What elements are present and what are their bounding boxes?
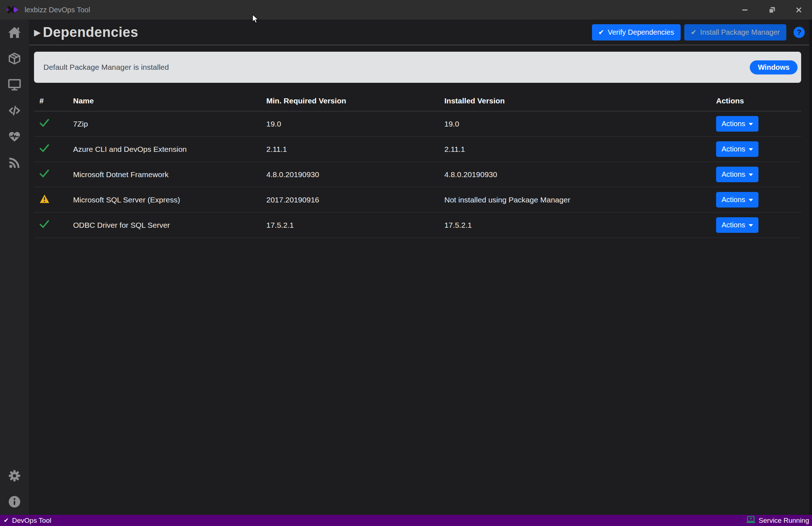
status-ok-icon <box>39 120 49 129</box>
page-title: Dependencies <box>43 25 138 40</box>
installed-version: 2.11.1 <box>444 137 716 162</box>
caret-down-icon <box>749 148 753 151</box>
column-header-actions: Actions <box>716 92 801 111</box>
status-ok-icon <box>39 171 49 179</box>
verify-dependencies-label: Verify Dependencies <box>608 28 674 37</box>
actions-label: Actions <box>722 170 745 179</box>
status-ok-icon <box>39 146 49 154</box>
check-icon: ✔ <box>691 28 697 37</box>
installed-version: Not installed using Package Manager <box>444 187 716 213</box>
install-package-manager-label: Install Package Manager <box>700 28 780 37</box>
actions-label: Actions <box>722 196 745 204</box>
question-icon: ? <box>797 28 802 37</box>
alert-banner: Default Package Manager is installed Win… <box>34 52 801 83</box>
alert-message: Default Package Manager is installed <box>43 63 169 72</box>
verify-dependencies-button[interactable]: ✔ Verify Dependencies <box>592 24 681 40</box>
rss-icon <box>8 156 21 169</box>
dependency-name: ODBC Driver for SQL Server <box>73 213 266 238</box>
sidebar-item-code[interactable] <box>0 98 29 124</box>
table-row: Azure CLI and DevOps Extension 2.11.1 2.… <box>34 137 801 162</box>
page-header: ▶ Dependencies ✔ Verify Dependencies ✔ I… <box>29 20 812 45</box>
installed-version: 19.0 <box>444 111 716 137</box>
table-row: ODBC Driver for SQL Server 17.5.2.1 17.5… <box>34 213 801 238</box>
installed-version: 4.8.0.20190930 <box>444 162 716 187</box>
dependency-name: Azure CLI and DevOps Extension <box>73 137 266 162</box>
dependency-name: Microsoft Dotnet Framework <box>73 162 266 187</box>
column-header-name: Name <box>73 92 266 111</box>
content-area: ▶ Dependencies ✔ Verify Dependencies ✔ I… <box>29 20 812 515</box>
sidebar-item-packages[interactable] <box>0 46 29 72</box>
info-icon <box>8 495 21 508</box>
app-title: lexbizz DevOps Tool <box>25 6 90 14</box>
sidebar-item-home[interactable] <box>0 20 29 46</box>
window-controls <box>732 0 812 20</box>
sidebar-item-feed[interactable] <box>0 150 29 176</box>
code-icon <box>7 104 22 117</box>
heart-pulse-icon <box>8 130 21 143</box>
dependency-name: Microsoft SQL Server (Express) <box>73 187 266 213</box>
column-header-status: # <box>34 92 73 111</box>
sidebar-item-health[interactable] <box>0 124 29 150</box>
min-required-version: 2017.20190916 <box>266 187 444 213</box>
home-icon <box>7 26 22 39</box>
actions-dropdown-button[interactable]: Actions <box>716 192 758 208</box>
title-bar: lexbizz DevOps Tool <box>0 0 812 20</box>
check-icon: ✔ <box>599 28 604 37</box>
restore-button[interactable] <box>758 0 785 20</box>
minimize-icon <box>742 7 748 13</box>
dependency-name: 7Zip <box>73 111 266 137</box>
gear-icon <box>8 469 21 483</box>
column-header-installed-version: Installed Version <box>444 92 716 111</box>
min-required-version: 2.11.1 <box>266 137 444 162</box>
restore-icon <box>768 6 776 14</box>
actions-dropdown-button[interactable]: Actions <box>716 217 758 233</box>
install-package-manager-button[interactable]: ✔ Install Package Manager <box>684 24 786 40</box>
min-required-version: 4.8.0.20190930 <box>266 162 444 187</box>
table-header-row: # Name Min. Required Version Installed V… <box>34 92 801 111</box>
sidebar-item-settings[interactable] <box>0 463 29 489</box>
min-required-version: 19.0 <box>266 111 444 137</box>
actions-label: Actions <box>722 221 745 229</box>
status-ok-icon <box>39 222 49 230</box>
installed-version: 17.5.2.1 <box>444 213 716 238</box>
os-badge: Windows <box>750 60 798 74</box>
table-row: Microsoft SQL Server (Express) 2017.2019… <box>34 187 801 213</box>
actions-dropdown-button[interactable]: Actions <box>716 167 758 182</box>
status-left-label: DevOps Tool <box>12 517 51 525</box>
caret-down-icon <box>749 224 753 227</box>
close-button[interactable] <box>785 0 812 20</box>
service-monitor-icon <box>746 516 756 525</box>
help-button[interactable]: ? <box>794 27 805 38</box>
actions-label: Actions <box>722 145 745 153</box>
sidebar <box>0 20 29 515</box>
actions-dropdown-button[interactable]: Actions <box>716 141 758 157</box>
minimize-button[interactable] <box>732 0 758 20</box>
actions-dropdown-button[interactable]: Actions <box>716 116 758 132</box>
sidebar-item-about[interactable] <box>0 489 29 515</box>
table-row: Microsoft Dotnet Framework 4.8.0.2019093… <box>34 162 801 187</box>
package-icon <box>8 52 21 65</box>
monitor-icon <box>7 78 22 91</box>
window-edge <box>809 20 812 515</box>
close-icon <box>795 7 802 13</box>
chevron-right-icon: ▶ <box>34 28 41 37</box>
sidebar-item-environments[interactable] <box>0 72 29 98</box>
caret-down-icon <box>749 174 753 176</box>
caret-down-icon <box>749 123 753 125</box>
status-warning-icon <box>39 197 50 205</box>
dependencies-table: # Name Min. Required Version Installed V… <box>34 92 801 238</box>
app-logo-icon <box>6 5 20 14</box>
check-icon: ✔ <box>4 517 9 524</box>
actions-label: Actions <box>722 120 745 128</box>
table-row: 7Zip 19.0 19.0 Actions <box>34 111 801 137</box>
status-right-label: Service Running <box>759 517 809 525</box>
column-header-min-version: Min. Required Version <box>266 92 444 111</box>
caret-down-icon <box>749 199 753 201</box>
min-required-version: 17.5.2.1 <box>266 213 444 238</box>
status-bar: ✔ DevOps Tool Service Running <box>0 515 812 526</box>
